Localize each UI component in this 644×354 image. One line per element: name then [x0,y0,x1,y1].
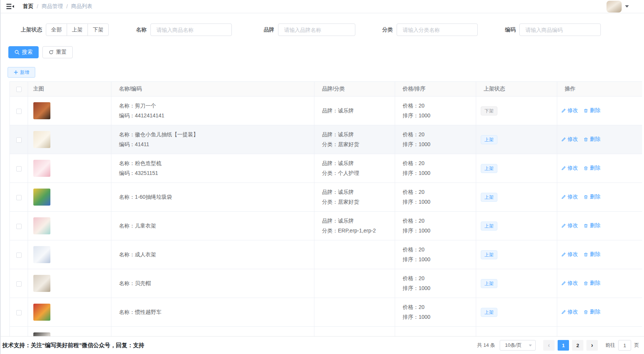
table-row: 名称：徽仓小鱼儿抽纸【一提装】编码：41411品牌：诚乐牌分类：居家好货价格：2… [10,125,642,154]
product-image-dark-box [33,332,50,336]
name-code-cell: 名称：成人衣架 [111,240,314,269]
row-checkbox[interactable] [16,224,22,229]
edit-link[interactable]: 修改 [561,136,578,143]
brand-category-cell: 品牌：诚乐牌分类：ERP,erp-1,erp-2 [314,212,395,240]
delete-link[interactable]: 删除 [583,251,600,258]
brand-category-cell: 品牌：诚乐牌分类：居家好货 [314,125,395,154]
cell-text-line: 价格：20 [403,217,476,225]
status-filter-label: 上架状态 [16,23,42,36]
header-actions: 操作 [557,82,642,97]
edit-link[interactable]: 修改 [561,193,578,200]
delete-link[interactable]: 删除 [583,165,600,172]
actions-cell: 修改删除 [557,240,642,269]
status-cell: 上架 [476,183,557,212]
brand-category-lines: 品牌：诚乐牌 [322,107,395,115]
status-option-off[interactable]: 下架 [88,23,109,36]
main-image-cell [28,183,111,212]
row-checkbox-cell [10,212,28,240]
brand-category-lines: 品牌：诚乐牌分类：居家好货 [322,131,395,148]
plus-icon [14,70,18,75]
edit-link[interactable]: 修改 [561,309,578,315]
product-image-adult-hangers [33,246,50,263]
search-button[interactable]: 搜索 [8,46,39,58]
row-checkbox[interactable] [16,281,22,287]
status-cell: 上架 [476,212,557,240]
price-sort-cell: 价格：20排序：1000 [395,269,476,298]
goto-suffix: 页 [634,342,639,349]
reset-button[interactable]: 重置 [42,46,73,58]
add-button[interactable]: 新增 [8,67,35,78]
goto-label: 前往 [605,342,615,349]
cell-text-line: 分类：居家好货 [322,198,395,206]
delete-link[interactable]: 删除 [583,222,600,229]
edit-link[interactable]: 修改 [561,251,578,258]
page-size-select[interactable]: 10条/页 [500,340,536,351]
brand-filter-input[interactable] [278,23,355,36]
cell-text-line: 编码：43251151 [119,169,314,177]
delete-link[interactable]: 删除 [583,136,600,143]
row-checkbox[interactable] [16,137,22,143]
actions-cell: 修改删除 [557,183,642,212]
edit-link[interactable]: 修改 [561,165,578,172]
name-code-lines: 名称：惯性越野车 [119,308,314,316]
row-checkbox[interactable] [16,109,22,114]
search-icon [14,50,20,55]
caret-down-icon [529,345,532,346]
cell-text-line: 分类：居家好货 [322,140,395,148]
cell-text-line: 分类：ERP,erp-1,erp-2 [322,227,395,235]
cell-text-line: 价格：20 [403,131,476,139]
name-code-lines: 名称：贝壳帽 [119,279,314,287]
page-left-divider [0,0,1,354]
search-button-label: 搜索 [22,49,33,56]
price-sort-lines: 价格：20排序：1000 [403,159,476,177]
status-tag: 上架 [481,135,497,144]
product-image-pink-comb [33,160,50,177]
cell-text-line: 编码：41411 [119,140,314,148]
name-filter-input[interactable] [150,23,232,36]
name-code-lines: 名称：徽仓小鱼儿抽纸【一提装】编码：41411 [119,131,314,148]
select-all-checkbox[interactable] [16,87,22,92]
status-cell: 上架 [476,269,557,298]
row-checkbox-cell [10,97,28,125]
sidebar-toggle-icon[interactable] [6,3,14,10]
edit-link[interactable]: 修改 [561,222,578,229]
header-main-image: 主图 [28,82,111,97]
cell-text-line: 分类：个人护理 [322,169,395,177]
user-avatar[interactable] [606,1,622,12]
header-status: 上架状态 [476,82,557,97]
product-image-garbage-bags [33,189,50,206]
delete-link[interactable]: 删除 [583,193,600,200]
breadcrumb-home[interactable]: 首页 [23,3,33,10]
delete-link[interactable]: 删除 [583,107,600,114]
prev-page-button[interactable]: ‹ [543,340,555,351]
category-filter-input[interactable] [397,23,478,36]
product-image-toy-trucks [33,304,50,321]
page-button-2[interactable]: 2 [572,340,583,351]
goto-page-input[interactable] [618,340,631,351]
cell-text-line: 名称：1-60抽绳垃圾袋 [119,193,314,201]
row-checkbox[interactable] [16,195,22,200]
status-option-on[interactable]: 上架 [67,23,88,36]
row-checkbox-cell [10,154,28,183]
empty-cell [557,327,642,337]
breadcrumb-goods-management[interactable]: 商品管理 [42,3,63,10]
row-checkbox[interactable] [16,253,22,258]
code-filter-label: 编码 [489,23,516,36]
page-button-1[interactable]: 1 [558,340,569,351]
edit-link[interactable]: 修改 [561,107,578,114]
row-checkbox[interactable] [16,166,22,172]
header-price-sort: 价格/排序 [395,82,476,97]
edit-link[interactable]: 修改 [561,280,578,287]
name-code-lines: 名称：成人衣架 [119,251,314,259]
product-image-scissors [33,102,50,119]
delete-link[interactable]: 删除 [583,280,600,287]
row-checkbox[interactable] [16,310,22,315]
main-image-cell [28,298,111,327]
brand-category-cell: 品牌：诚乐牌 [314,97,395,125]
code-filter-input[interactable] [519,23,601,36]
status-option-all[interactable]: 全部 [46,23,67,36]
actions-cell: 修改删除 [557,154,642,183]
delete-link[interactable]: 删除 [583,309,600,315]
next-page-button[interactable]: › [586,340,598,351]
caret-down-icon[interactable] [625,5,629,8]
